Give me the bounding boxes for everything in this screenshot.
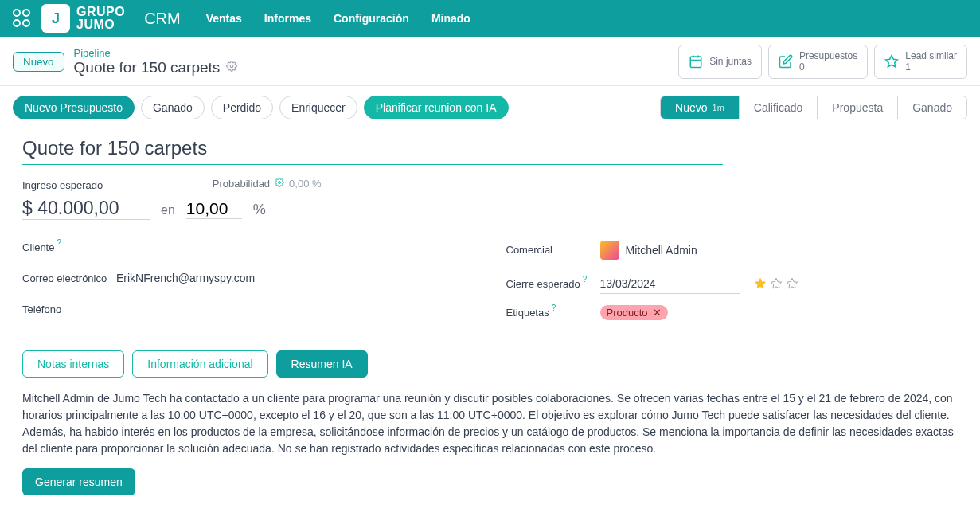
stage-bar: Nuevo1m Calificado Propuesta Ganado (660, 96, 967, 119)
nav-ventas[interactable]: Ventas (206, 12, 242, 25)
close-date-input[interactable] (600, 274, 740, 294)
new-quote-button[interactable]: Nuevo Presupuesto (13, 96, 135, 119)
salesperson-value[interactable]: Mitchell Admin (600, 237, 959, 263)
probability-label: Probabilidad 0,00 % (213, 178, 322, 190)
star-icon (884, 54, 899, 69)
svg-rect-1 (690, 57, 701, 68)
enrich-button[interactable]: Enriquecer (279, 96, 357, 119)
control-bar: Nuevo Pipeline Quote for 150 carpets Sin… (0, 37, 980, 86)
tab-notes[interactable]: Notas internas (22, 350, 124, 378)
svg-marker-5 (886, 56, 898, 67)
phone-input[interactable] (116, 300, 474, 319)
star-2-icon[interactable] (770, 277, 783, 290)
phone-label: Teléfono (22, 303, 116, 315)
salesperson-label: Comercial (506, 244, 600, 256)
brand-logo[interactable]: J GRUPO JUMO (41, 4, 125, 33)
nav-configuracion[interactable]: Configuración (334, 12, 409, 25)
ai-summary-content: Mitchell Admin de Jumo Tech ha contactad… (22, 390, 958, 457)
svg-point-0 (231, 65, 234, 69)
probability-auto: 0,00 % (289, 178, 321, 190)
lost-button[interactable]: Perdido (211, 96, 273, 119)
stat-quotes-label: Presupuestos (799, 50, 857, 61)
stat-quotes-button[interactable]: Presupuestos0 (768, 45, 868, 79)
control-bar-stats: Sin juntas Presupuestos0 Lead similar1 (672, 45, 967, 79)
help-icon[interactable]: ? (583, 275, 588, 287)
stage-duration: 1m (713, 103, 724, 112)
stage-ganado[interactable]: Ganado (898, 96, 966, 119)
probability-gear-icon[interactable] (275, 178, 284, 190)
generate-summary-button[interactable]: Generar resumen (22, 468, 135, 495)
top-navbar: J GRUPO JUMO CRM Ventas Informes Configu… (0, 0, 980, 37)
stat-similar-label: Lead similar (905, 50, 957, 61)
svg-marker-7 (755, 279, 765, 289)
stat-similar-count: 1 (905, 61, 957, 72)
tags-field[interactable]: Producto ✕ (600, 305, 668, 320)
email-input[interactable] (116, 268, 474, 288)
tag-remove-icon[interactable]: ✕ (653, 307, 662, 319)
star-1-icon[interactable] (754, 277, 767, 290)
email-label: Correo electrónico (22, 272, 116, 284)
form-left-column: Cliente? Correo electrónico Teléfono (22, 237, 474, 331)
tag-producto: Producto ✕ (600, 305, 668, 320)
stat-meetings-label: Sin juntas (709, 56, 752, 67)
logo-icon: J (41, 4, 70, 33)
edit-icon (779, 54, 793, 69)
gear-icon[interactable] (226, 61, 237, 74)
won-button[interactable]: Ganado (141, 96, 205, 119)
svg-marker-8 (771, 279, 781, 289)
stat-similar-button[interactable]: Lead similar1 (874, 45, 967, 79)
customer-input[interactable] (116, 237, 474, 257)
close-date-label: Cierre esperado? (506, 278, 600, 290)
svg-marker-9 (787, 279, 797, 289)
percent-label: % (253, 202, 266, 218)
tab-extra-info[interactable]: Información adicional (132, 350, 267, 378)
priority-stars (754, 277, 798, 290)
form-sheet: Ingreso esperado en % Probabilidad 0,00 … (0, 129, 980, 511)
en-label: en (161, 203, 175, 217)
app-name[interactable]: CRM (144, 10, 181, 28)
stage-nuevo[interactable]: Nuevo1m (661, 96, 740, 119)
stage-propuesta[interactable]: Propuesta (818, 96, 898, 119)
avatar (600, 241, 619, 260)
tags-label: Etiquetas? (506, 307, 600, 319)
svg-point-6 (279, 181, 281, 183)
stat-meetings-button[interactable]: Sin juntas (678, 45, 762, 79)
page-title: Quote for 150 carpets (74, 59, 238, 76)
apps-icon[interactable] (13, 9, 32, 28)
nav-informes[interactable]: Informes (264, 12, 311, 25)
new-record-button[interactable]: Nuevo (13, 52, 64, 72)
stat-quotes-count: 0 (799, 61, 857, 72)
breadcrumb: Pipeline Quote for 150 carpets (74, 47, 238, 76)
calendar-icon (689, 54, 703, 69)
stage-calificado[interactable]: Calificado (740, 96, 818, 119)
plan-ai-meeting-button[interactable]: Planificar reunion con IA (364, 96, 509, 119)
probability-input[interactable] (186, 199, 242, 219)
customer-label: Cliente? (22, 241, 116, 253)
star-3-icon[interactable] (786, 277, 798, 290)
help-icon[interactable]: ? (552, 303, 556, 315)
logo-text: GRUPO JUMO (76, 6, 125, 31)
page-title-text: Quote for 150 carpets (74, 59, 221, 76)
nav-menu: Ventas Informes Configuración Minado (206, 12, 470, 25)
form-right-column: Comercial Mitchell Admin Cierre esperado… (506, 237, 959, 331)
expected-revenue-input[interactable] (22, 198, 150, 220)
tab-ai-summary[interactable]: Resumen IA (276, 350, 368, 378)
tabs: Notas internas Información adicional Res… (22, 350, 958, 378)
help-icon[interactable]: ? (57, 238, 61, 250)
nav-minado[interactable]: Minado (431, 12, 470, 25)
breadcrumb-pipeline-link[interactable]: Pipeline (74, 47, 238, 59)
opportunity-title-input[interactable] (22, 132, 723, 165)
action-bar: Nuevo Presupuesto Ganado Perdido Enrique… (0, 86, 980, 129)
